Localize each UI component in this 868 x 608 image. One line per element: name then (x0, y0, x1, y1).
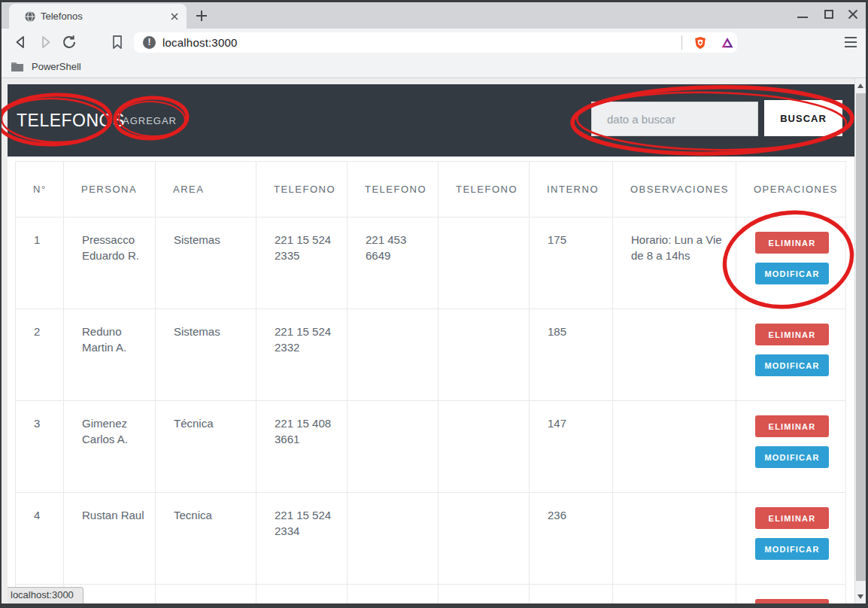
phones-table: N° PERSONA AREA TELEFONO TELEFONO TELEFO… (15, 161, 846, 603)
browser-window: Telefonos ! lo (0, 0, 868, 608)
table-row: 1 Pressacco Eduardo R. Sistemas 221 15 5… (16, 217, 846, 309)
cell-observaciones (613, 401, 736, 493)
folder-icon (11, 61, 24, 72)
eliminar-button[interactable]: ELIMINAR (755, 599, 829, 603)
cell-operaciones: ELIMINAR MODIFICAR (736, 309, 846, 401)
vertical-scrollbar (854, 78, 866, 603)
back-icon[interactable] (12, 33, 30, 51)
maximize-button[interactable] (824, 10, 833, 19)
column-header-persona: PERSONA (64, 162, 156, 217)
bookmark-item-powershell[interactable]: PowerShell (11, 56, 81, 78)
cell-interno: 147 (530, 401, 613, 493)
cell-telefono1: 221 15 524 2334 (256, 493, 348, 585)
cell-area: Tecnica (156, 493, 256, 585)
buscar-button[interactable]: BUSCAR (764, 100, 842, 136)
cell-operaciones: ELIMINAR MODIFICAR (736, 217, 846, 309)
column-header-telefono1: TELEFONO (256, 162, 348, 217)
status-bar: localhost:3000 (8, 587, 83, 603)
table-header-row: N° PERSONA AREA TELEFONO TELEFONO TELEFO… (16, 162, 846, 217)
bookmark-label: PowerShell (32, 61, 81, 72)
cell-persona: Pressacco Eduardo R. (64, 217, 156, 309)
urlbar-divider (681, 35, 682, 50)
url-text: localhost:3000 (162, 32, 238, 53)
cell-interno: 185 (530, 309, 613, 401)
cell-operaciones: ELIMINAR MODIFICAR (736, 585, 846, 604)
cell-telefono3 (439, 493, 530, 585)
column-header-observaciones: OBSERVACIONES (613, 162, 736, 217)
column-header-operaciones: OPERACIONES (736, 162, 846, 217)
tab-close-icon[interactable] (168, 11, 181, 23)
cell-telefono1: 221 15 524 2335 (256, 217, 348, 309)
cell-telefono1: 221 15 408 3661 (256, 401, 348, 493)
cell-n: 3 (16, 401, 64, 493)
modificar-button[interactable]: MODIFICAR (755, 354, 829, 376)
cell-telefono2 (348, 493, 439, 585)
close-window-button[interactable] (847, 8, 859, 20)
top-gap (8, 78, 854, 84)
search-input[interactable] (591, 102, 758, 136)
new-tab-icon[interactable] (194, 8, 209, 23)
browser-toolbar: ! localhost:3000 (2, 29, 866, 56)
left-gutter (2, 78, 8, 603)
cell-area (156, 585, 256, 604)
brave-shield-icon[interactable] (693, 36, 707, 50)
column-header-interno: INTERNO (530, 162, 613, 217)
modificar-button[interactable]: MODIFICAR (755, 446, 829, 468)
cell-observaciones: Horario: Lun a Vie de 8 a 14hs (613, 217, 736, 309)
eliminar-button[interactable]: ELIMINAR (755, 507, 829, 529)
cell-operaciones: ELIMINAR MODIFICAR (736, 493, 846, 585)
column-header-area: AREA (156, 162, 256, 217)
page-viewport: TELEFONOS AGREGAR BUSCAR N° PERSONA AREA… (2, 78, 854, 603)
forward-icon[interactable] (36, 33, 54, 51)
eliminar-button[interactable]: ELIMINAR (755, 232, 829, 254)
column-header-telefono2: TELEFONO (348, 162, 439, 217)
cell-persona: Rustan Raul (64, 493, 156, 585)
cell-interno: 236 (530, 493, 613, 585)
titlebar: Telefonos (2, 2, 866, 29)
cell-telefono3 (439, 309, 530, 401)
cell-observaciones (613, 585, 736, 604)
cell-observaciones (613, 309, 736, 401)
column-header-n: N° (16, 162, 64, 217)
nav-link-agregar[interactable]: AGREGAR (123, 115, 177, 126)
address-bar[interactable]: ! localhost:3000 (134, 32, 737, 53)
bookmark-icon[interactable] (108, 33, 126, 51)
cell-area: Técnica (156, 401, 256, 493)
cell-telefono2 (348, 309, 439, 401)
reload-icon[interactable] (60, 33, 78, 51)
table-row: 4 Rustan Raul Tecnica 221 15 524 2334 23… (16, 493, 846, 585)
cell-observaciones (613, 493, 736, 585)
bat-icon[interactable] (721, 36, 734, 50)
cell-interno: 175 (530, 217, 613, 309)
modificar-button[interactable]: MODIFICAR (755, 263, 829, 284)
scroll-down-icon[interactable] (857, 594, 863, 599)
table-body: 1 Pressacco Eduardo R. Sistemas 221 15 5… (16, 217, 846, 604)
minimize-button[interactable] (797, 17, 808, 18)
cell-telefono1 (256, 585, 348, 604)
cell-telefono2 (348, 585, 439, 604)
cell-n: 2 (16, 309, 64, 401)
cell-area: Sistemas (156, 309, 256, 401)
browser-tab[interactable]: Telefonos (9, 4, 187, 29)
scroll-up-icon[interactable] (857, 84, 863, 88)
tab-title: Telefonos (41, 4, 83, 29)
scrollbar-thumb[interactable] (856, 93, 866, 581)
info-icon[interactable]: ! (143, 36, 156, 49)
cell-area: Sistemas (156, 217, 256, 309)
cell-n: 4 (16, 493, 64, 585)
menu-icon[interactable] (842, 34, 859, 50)
globe-favicon (24, 11, 36, 23)
cell-operaciones: ELIMINAR MODIFICAR (736, 401, 846, 493)
modificar-button[interactable]: MODIFICAR (755, 538, 829, 560)
cell-persona: Reduno Martin A. (64, 309, 156, 401)
eliminar-button[interactable]: ELIMINAR (755, 324, 829, 345)
table-row: 3 Gimenez Carlos A. Técnica 221 15 408 3… (16, 401, 846, 493)
table-row: ELIMINAR MODIFICAR (16, 585, 846, 604)
navbar-brand[interactable]: TELEFONOS (17, 111, 125, 131)
cell-telefono1: 221 15 524 2332 (256, 309, 348, 401)
cell-telefono3 (439, 401, 530, 493)
cell-telefono2: 221 453 6649 (348, 217, 439, 309)
eliminar-button[interactable]: ELIMINAR (755, 415, 829, 437)
column-header-telefono3: TELEFONO (439, 162, 530, 217)
bookmarks-bar: PowerShell (2, 56, 866, 78)
